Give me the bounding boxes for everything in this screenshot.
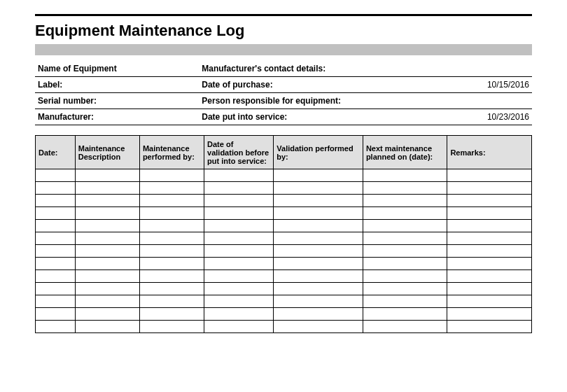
table-row [36, 258, 532, 270]
page-title: Equipment Maintenance Log [35, 22, 532, 40]
log-cell [75, 270, 139, 283]
log-cell [36, 232, 76, 245]
log-cell [139, 195, 204, 207]
log-cell [363, 245, 447, 258]
log-cell [139, 232, 204, 245]
log-cell [36, 220, 76, 232]
log-cell [75, 245, 139, 258]
log-cell [204, 169, 274, 182]
info-left-value [144, 77, 199, 93]
info-row: Manufacturer:Date put into service:10/23… [35, 109, 532, 125]
log-header: Maintenance Description [75, 136, 139, 169]
log-header: Validation performed by: [274, 136, 363, 169]
page: Equipment Maintenance Log Name of Equipm… [0, 0, 567, 347]
log-cell [75, 295, 139, 308]
log-cell [274, 270, 363, 283]
log-cell [139, 169, 204, 182]
log-cell [36, 182, 76, 195]
info-right-label: Manufacturer's contact details: [199, 61, 398, 77]
info-left-label: Label: [35, 77, 144, 93]
table-row [36, 169, 532, 182]
table-row [36, 283, 532, 295]
log-cell [204, 258, 274, 270]
info-left-value [144, 93, 199, 109]
log-cell [139, 207, 204, 220]
log-cell [447, 283, 532, 295]
log-cell [363, 258, 447, 270]
log-cell [75, 169, 139, 182]
info-row: Label:Date of purchase:10/15/2016 [35, 77, 532, 93]
log-cell [447, 207, 532, 220]
log-cell [274, 232, 363, 245]
log-cell [447, 245, 532, 258]
info-right-value [398, 61, 532, 77]
log-cell [447, 182, 532, 195]
info-left-value [144, 109, 199, 125]
log-cell [204, 295, 274, 308]
log-cell [139, 258, 204, 270]
log-cell [447, 195, 532, 207]
log-cell [36, 295, 76, 308]
log-cell [139, 182, 204, 195]
log-cell [139, 220, 204, 232]
info-left-value [144, 61, 199, 77]
log-header: Remarks: [447, 136, 532, 169]
log-cell [447, 258, 532, 270]
log-cell [204, 308, 274, 321]
table-row [36, 195, 532, 207]
log-cell [36, 283, 76, 295]
log-cell [75, 321, 139, 333]
log-cell [363, 182, 447, 195]
info-right-label: Date of purchase: [199, 77, 398, 93]
log-cell [204, 232, 274, 245]
log-cell [274, 220, 363, 232]
table-row [36, 220, 532, 232]
log-header: Maintenance performed by: [139, 136, 204, 169]
log-cell [139, 270, 204, 283]
log-cell [274, 283, 363, 295]
log-cell [363, 169, 447, 182]
log-cell [274, 182, 363, 195]
table-row [36, 308, 532, 321]
log-cell [75, 207, 139, 220]
log-cell [447, 270, 532, 283]
table-row [36, 295, 532, 308]
log-cell [36, 207, 76, 220]
log-cell [363, 321, 447, 333]
table-row [36, 232, 532, 245]
log-cell [75, 182, 139, 195]
log-cell [204, 245, 274, 258]
info-right-label: Person responsible for equipment: [199, 93, 398, 109]
log-cell [36, 195, 76, 207]
log-cell [363, 195, 447, 207]
log-cell [75, 195, 139, 207]
table-row [36, 245, 532, 258]
log-cell [204, 182, 274, 195]
table-row [36, 182, 532, 195]
title-gray-bar [35, 44, 532, 55]
table-row [36, 321, 532, 333]
log-cell [363, 308, 447, 321]
log-cell [75, 283, 139, 295]
log-cell [274, 207, 363, 220]
log-cell [75, 308, 139, 321]
log-cell [204, 207, 274, 220]
log-cell [139, 283, 204, 295]
log-cell [274, 258, 363, 270]
log-cell [363, 270, 447, 283]
log-cell [36, 270, 76, 283]
log-cell [139, 295, 204, 308]
log-cell [204, 220, 274, 232]
log-cell [447, 295, 532, 308]
log-cell [36, 245, 76, 258]
info-right-label: Date put into service: [199, 109, 398, 125]
log-cell [139, 321, 204, 333]
log-cell [447, 169, 532, 182]
info-left-label: Name of Equipment [35, 61, 144, 77]
info-right-value [398, 93, 532, 109]
log-cell [447, 308, 532, 321]
log-cell [274, 295, 363, 308]
log-cell [363, 207, 447, 220]
table-row [36, 270, 532, 283]
log-cell [274, 308, 363, 321]
